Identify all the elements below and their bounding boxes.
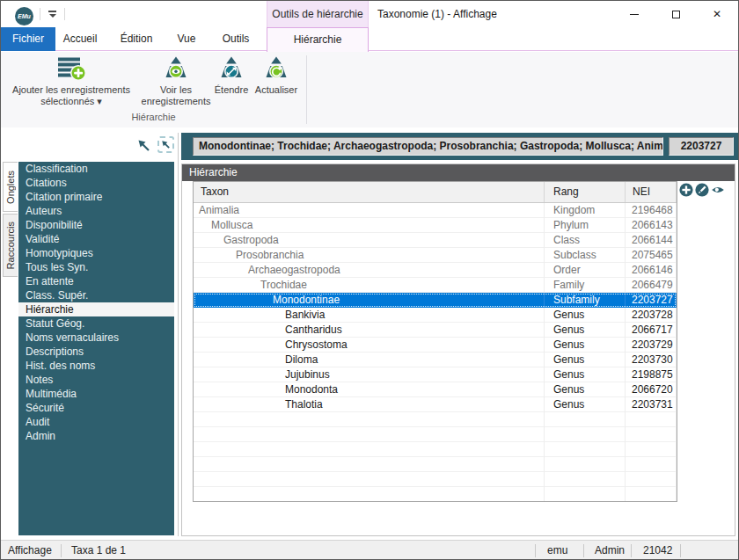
table-cell: Trochidae bbox=[194, 278, 545, 293]
table-row-jujubinus[interactable]: JujubinusGenus2198875 bbox=[194, 367, 677, 382]
sidebar-item-notes[interactable]: Notes bbox=[18, 373, 174, 387]
minimize-icon bbox=[630, 14, 639, 15]
panel-title: Hiérarchie bbox=[182, 164, 735, 181]
table-empty-row[interactable] bbox=[194, 457, 677, 472]
sidebar-item-hist-des-noms[interactable]: Hist. des noms bbox=[18, 359, 174, 373]
table-cell bbox=[194, 457, 545, 472]
table-row-prosobranchia[interactable]: ProsobranchiaSubclass2075465 bbox=[194, 248, 677, 263]
table-cell: 2066720 bbox=[626, 382, 677, 397]
table-cell bbox=[545, 427, 626, 442]
hierarchy-table: Taxon Rang NEI AnimaliaKingdom2196468Mol… bbox=[193, 181, 677, 502]
table-cell: 2066479 bbox=[626, 278, 677, 293]
table-empty-row[interactable] bbox=[194, 412, 677, 427]
tab-outils[interactable]: Outils bbox=[210, 27, 261, 51]
table-row-gastropoda[interactable]: GastropodaClass2066144 bbox=[194, 233, 677, 248]
tab-edition[interactable]: Édition bbox=[110, 27, 163, 51]
pointer-mode-button[interactable] bbox=[136, 138, 152, 156]
table-cell: 2198875 bbox=[626, 367, 677, 382]
grid-toolbar bbox=[679, 183, 725, 197]
tab-accueil[interactable]: Accueil bbox=[54, 27, 106, 51]
column-header-nei[interactable]: NEI bbox=[626, 182, 677, 202]
table-row-monodontinae[interactable]: MonodontinaeSubfamily2203727 bbox=[194, 293, 677, 308]
module-sidebar: ClassificationCitationsCitation primaire… bbox=[18, 162, 174, 535]
sidebar-item-tous-les-syn-[interactable]: Tous les Syn. bbox=[18, 260, 174, 274]
table-cell: Mollusca bbox=[194, 218, 545, 233]
emu-app-icon[interactable]: EMu bbox=[15, 7, 33, 25]
titlebar-separator bbox=[64, 8, 65, 20]
tab-hierarchie[interactable]: Hiérarchie bbox=[267, 27, 369, 52]
table-cell: Gastropoda bbox=[194, 233, 545, 248]
table-row-bankivia[interactable]: BankiviaGenus2203728 bbox=[194, 308, 677, 323]
table-empty-row[interactable] bbox=[194, 487, 677, 502]
table-row-animalia[interactable]: AnimaliaKingdom2196468 bbox=[194, 203, 677, 218]
select-box-arrow-icon bbox=[161, 140, 171, 149]
sidebar-item-citation-primaire[interactable]: Citation primaire bbox=[18, 190, 174, 204]
table-empty-row[interactable] bbox=[194, 472, 677, 487]
sidebar-item-auteurs[interactable]: Auteurs bbox=[18, 204, 174, 218]
table-cell bbox=[545, 412, 626, 427]
sidebar-item-statut-g-og-[interactable]: Statut Géog. bbox=[18, 316, 174, 331]
table-row-chrysostoma[interactable]: ChrysostomaGenus2203729 bbox=[194, 338, 677, 353]
select-mode-button[interactable] bbox=[157, 136, 174, 153]
edit-row-icon[interactable] bbox=[695, 183, 709, 197]
table-cell: Prosobranchia bbox=[194, 248, 545, 263]
emu-window: EMu Outils de hiérarchie Taxonomie (1) -… bbox=[0, 0, 739, 560]
column-header-rang[interactable]: Rang bbox=[545, 182, 626, 202]
sidebar-item-multim-dia[interactable]: Multimédia bbox=[18, 387, 174, 401]
table-cell: Family bbox=[545, 278, 626, 293]
table-cell: 2203731 bbox=[626, 397, 677, 412]
expand-button[interactable]: Étendre bbox=[207, 54, 256, 115]
table-row-diloma[interactable]: DilomaGenus2203730 bbox=[194, 353, 677, 367]
sidebar-item-audit[interactable]: Audit bbox=[18, 415, 174, 429]
table-row-archaeogastropoda[interactable]: ArchaeogastropodaOrder2066146 bbox=[194, 263, 677, 278]
table-cell: 2196468 bbox=[626, 203, 677, 218]
table-cell: Bankivia bbox=[194, 308, 545, 323]
close-button[interactable]: ✕ bbox=[698, 1, 736, 27]
table-cell bbox=[626, 487, 677, 502]
minimize-button[interactable] bbox=[615, 1, 654, 27]
view-records-button[interactable]: Voir les enregistrements bbox=[138, 54, 214, 115]
table-cell bbox=[194, 472, 545, 487]
close-icon: ✕ bbox=[713, 9, 721, 19]
table-empty-row[interactable] bbox=[194, 427, 677, 442]
irn-field[interactable]: 2203727 bbox=[669, 137, 734, 156]
pane-splitter[interactable] bbox=[178, 133, 179, 536]
sidebar-item-citations[interactable]: Citations bbox=[18, 176, 174, 190]
table-cell: 2203729 bbox=[626, 338, 677, 353]
table-empty-row[interactable] bbox=[194, 442, 677, 457]
sidebar-item-validit-[interactable]: Validité bbox=[18, 232, 174, 246]
table-cell: 2203730 bbox=[626, 353, 677, 367]
taxonomy-path-field[interactable]: Monodontinae; Trochidae; Archaeogastropo… bbox=[193, 137, 663, 156]
add-row-icon[interactable] bbox=[679, 183, 693, 197]
sidebar-tab-raccourcis[interactable]: Raccourcis bbox=[3, 214, 18, 277]
table-row-cantharidus[interactable]: CantharidusGenus2066717 bbox=[194, 323, 677, 338]
table-row-monodonta[interactable]: MonodontaGenus2066720 bbox=[194, 382, 677, 397]
sidebar-item-descriptions[interactable]: Descriptions bbox=[18, 345, 174, 359]
refresh-button[interactable]: Actualiser bbox=[252, 54, 301, 115]
sidebar-item-hi-rarchie[interactable]: Hiérarchie bbox=[18, 302, 174, 316]
view-row-icon[interactable] bbox=[711, 183, 725, 197]
sidebar-item-noms-vernaculaires[interactable]: Noms vernaculaires bbox=[18, 331, 174, 345]
sidebar-item-class-sup-r-[interactable]: Class. Supér. bbox=[18, 288, 174, 302]
sidebar-item-classification[interactable]: Classification bbox=[18, 162, 174, 176]
table-row-mollusca[interactable]: MolluscaPhylum2066143 bbox=[194, 218, 677, 233]
sidebar-item-s-curit-[interactable]: Sécurité bbox=[18, 401, 174, 415]
statusbar: Affichage Taxa 1 de 1 emu Admin 21042 bbox=[1, 540, 738, 560]
table-cell: Diloma bbox=[194, 353, 545, 367]
sidebar-item-en-attente[interactable]: En attente bbox=[18, 274, 174, 288]
tab-vue[interactable]: Vue bbox=[163, 27, 210, 51]
table-row-trochidae[interactable]: TrochidaeFamily2066479 bbox=[194, 278, 677, 293]
sidebar-item-disponibilit-[interactable]: Disponibilité bbox=[18, 218, 174, 232]
table-row-thalotia[interactable]: ThalotiaGenus2203731 bbox=[194, 397, 677, 412]
tab-fichier[interactable]: Fichier bbox=[1, 27, 55, 51]
sidebar-item-homotypiques[interactable]: Homotypiques bbox=[18, 246, 174, 260]
button-label: sélectionnés ▾ bbox=[40, 96, 102, 107]
quick-access-dropdown-icon[interactable] bbox=[48, 11, 57, 18]
maximize-icon bbox=[672, 11, 680, 18]
maximize-button[interactable] bbox=[656, 1, 695, 27]
column-header-taxon[interactable]: Taxon bbox=[194, 182, 545, 202]
contextual-tab-group-header: Outils de hiérarchie bbox=[267, 1, 369, 27]
sidebar-item-admin[interactable]: Admin bbox=[18, 429, 174, 443]
sidebar-tab-onglets[interactable]: Onglets bbox=[3, 162, 18, 212]
add-selected-records-button[interactable]: Ajouter les enregistrements sélectionnés… bbox=[4, 54, 138, 115]
